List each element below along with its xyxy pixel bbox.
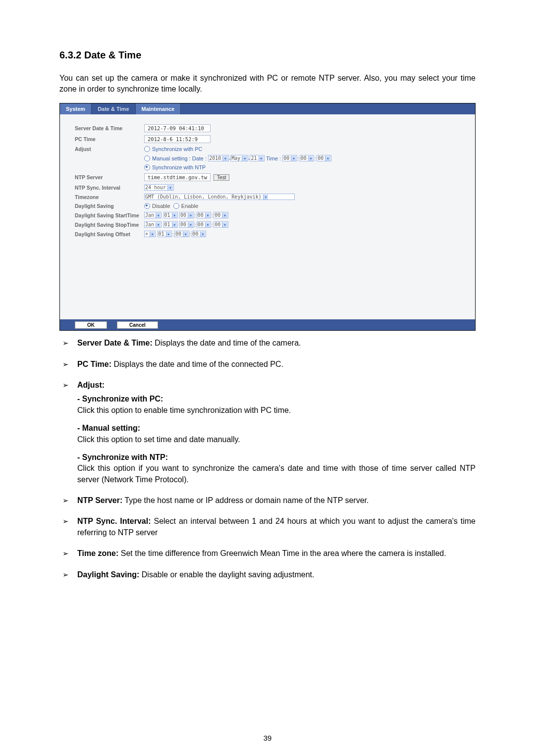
- option-sync-ntp[interactable]: Synchronize with NTP: [152, 164, 206, 170]
- select-ds-start-d1[interactable]: 01▾: [163, 212, 178, 218]
- select-ds-stop-d1[interactable]: 01▾: [163, 221, 178, 228]
- ok-button[interactable]: OK: [75, 321, 107, 329]
- select-timezone[interactable]: GMT (Dublin, Lisbon, London, Reykjavik)▾: [144, 194, 295, 200]
- select-year[interactable]: 2010▾: [208, 155, 229, 161]
- chevron-down-icon: ▾: [291, 156, 296, 161]
- label-adjust: Adjust: [75, 146, 144, 152]
- select-ds-stop-s[interactable]: 00▾: [214, 221, 228, 228]
- radio-sync-pc[interactable]: [144, 146, 150, 152]
- select-ds-sign[interactable]: +▾: [144, 231, 156, 237]
- chevron-down-icon: ▾: [156, 222, 160, 227]
- select-ds-stop-m[interactable]: 00▾: [197, 221, 211, 228]
- chevron-down-icon: ▾: [222, 156, 227, 161]
- select-ds-start-month[interactable]: Jan▾: [144, 212, 161, 218]
- list-item: Server Date & Time: Displays the date an…: [59, 338, 476, 349]
- label-ds-stop: Daylight Saving StopTime: [75, 222, 144, 228]
- list-item: NTP Server: Type the host name or IP add…: [59, 495, 476, 506]
- settings-panel: System Date & Time Maintenance Server Da…: [59, 103, 476, 331]
- chevron-down-icon: ▾: [172, 213, 177, 218]
- option-ds-enable[interactable]: Enable: [181, 203, 198, 209]
- option-ds-disable[interactable]: Disable: [152, 203, 170, 209]
- select-ds-start-s[interactable]: 00▾: [214, 212, 228, 218]
- chevron-down-icon: ▾: [259, 156, 264, 161]
- value-server-dt: 2012-7-09 04:41:10: [144, 124, 211, 132]
- label-pc-time: PC Time: [75, 136, 144, 142]
- list-item: Time zone: Set the time difference from …: [59, 548, 476, 559]
- intro-paragraph: You can set up the camera or make it syn…: [59, 73, 476, 94]
- list-item: Daylight Saving: Disable or enable the d…: [59, 569, 476, 580]
- select-month[interactable]: May▾: [230, 155, 248, 161]
- chevron-down-icon: ▾: [183, 232, 188, 237]
- chevron-down-icon: ▾: [188, 213, 193, 218]
- value-pc-time: 2012-8-6 11:52:9: [144, 135, 211, 143]
- tab-date-time[interactable]: Date & Time: [92, 103, 135, 114]
- select-ds-off-m[interactable]: 00▾: [174, 231, 189, 237]
- label-ds-start: Daylight Saving StartTime: [75, 212, 144, 218]
- cancel-button[interactable]: Cancel: [117, 321, 158, 329]
- label-ntp-interval: NTP Sync. Interval: [75, 185, 144, 191]
- label-ds-offset: Daylight Saving Offset: [75, 231, 144, 237]
- chevron-down-icon: ▾: [263, 195, 268, 200]
- select-day[interactable]: 21▾: [250, 155, 264, 161]
- chevron-down-icon: ▾: [205, 222, 210, 227]
- section-heading: 6.3.2 Date & Time: [59, 50, 476, 61]
- chevron-down-icon: ▾: [222, 213, 227, 218]
- list-item: NTP Sync. Interval: Select an interval b…: [59, 516, 476, 538]
- option-manual-prefix: Manual setting : Date :: [152, 155, 207, 161]
- select-ds-start-m[interactable]: 00▾: [197, 212, 211, 218]
- chevron-down-icon: ▾: [172, 222, 177, 227]
- select-minute[interactable]: 00▾: [300, 155, 314, 161]
- chevron-down-icon: ▾: [156, 213, 160, 218]
- select-hour[interactable]: 00▾: [282, 155, 297, 161]
- radio-ds-disable[interactable]: [144, 203, 150, 209]
- option-time-label: Time :: [266, 155, 281, 161]
- label-daylight-saving: Daylight Saving: [75, 203, 144, 209]
- label-ntp-server: NTP Server: [75, 174, 144, 180]
- chevron-down-icon: ▾: [167, 185, 172, 190]
- chevron-down-icon: ▾: [200, 232, 205, 237]
- select-ntp-interval[interactable]: 24 hour▾: [144, 184, 174, 191]
- select-ds-stop-month[interactable]: Jan▾: [144, 221, 161, 228]
- select-second[interactable]: 00▾: [317, 155, 331, 161]
- label-server-dt: Server Date & Time: [75, 125, 144, 131]
- tab-bar: System Date & Time Maintenance: [60, 103, 475, 114]
- chevron-down-icon: ▾: [325, 156, 330, 161]
- list-item: Adjust: - Synchronize with PC:Click this…: [59, 380, 476, 485]
- chevron-down-icon: ▾: [188, 222, 193, 227]
- select-ds-start-h[interactable]: 00▾: [179, 212, 194, 218]
- radio-manual[interactable]: [144, 155, 150, 161]
- select-ds-off-s[interactable]: 00▾: [192, 231, 206, 237]
- page-number: 39: [0, 734, 535, 742]
- chevron-down-icon: ▾: [205, 213, 210, 218]
- explanation-list: Server Date & Time: Displays the date an…: [59, 338, 476, 580]
- list-item: PC Time: Displays the date and time of t…: [59, 359, 476, 370]
- chevron-down-icon: ▾: [308, 156, 313, 161]
- label-timezone: Timezone: [75, 194, 144, 200]
- option-sync-pc[interactable]: Synchronize with PC: [152, 146, 203, 152]
- panel-footer: OK Cancel: [60, 319, 475, 330]
- chevron-down-icon: ▾: [166, 232, 171, 237]
- tab-system[interactable]: System: [60, 103, 92, 114]
- tab-maintenance[interactable]: Maintenance: [136, 103, 181, 114]
- radio-ds-enable[interactable]: [173, 203, 179, 209]
- panel-body: Server Date & Time 2012-7-09 04:41:10 PC…: [60, 114, 475, 319]
- test-button[interactable]: Test: [214, 174, 229, 181]
- radio-sync-ntp[interactable]: [144, 164, 150, 170]
- chevron-down-icon: ▾: [150, 232, 155, 237]
- input-ntp-server[interactable]: time.stdtime.gov.tw: [144, 173, 211, 181]
- select-ds-stop-h[interactable]: 00▾: [179, 221, 194, 228]
- select-ds-off-h[interactable]: 01▾: [158, 231, 172, 237]
- chevron-down-icon: ▾: [222, 222, 227, 227]
- chevron-down-icon: ▾: [242, 156, 247, 161]
